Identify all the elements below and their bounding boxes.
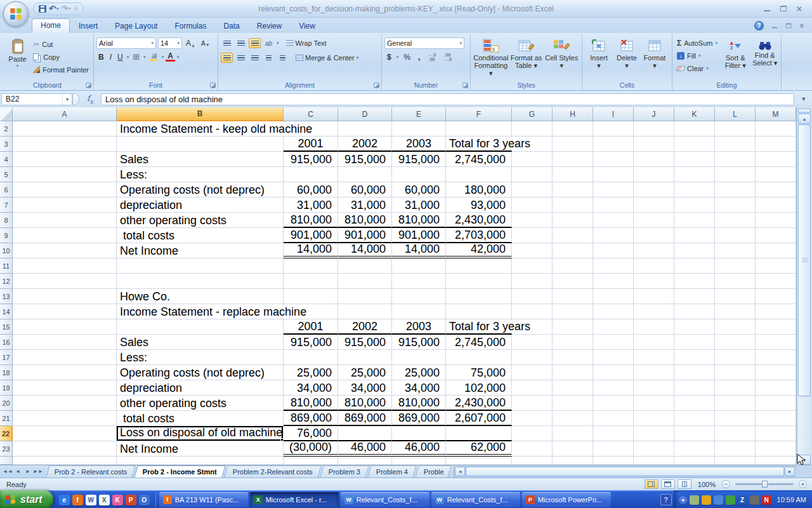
sheet-tab-prob-2-income-stmnt[interactable]: Prob 2 - Income Stmnt [134, 465, 226, 478]
cell-l3[interactable] [715, 137, 756, 152]
column-header-k[interactable]: K [674, 107, 715, 121]
cell-k18[interactable] [674, 365, 715, 380]
accounting-format-button[interactable]: $ [384, 53, 394, 62]
cell-m12[interactable] [756, 274, 796, 289]
cell-l10[interactable] [715, 243, 756, 258]
cell-e14[interactable] [392, 304, 446, 319]
row-header-11[interactable]: 11 [0, 258, 13, 274]
zoom-out-button[interactable]: − [722, 480, 730, 488]
row-header-7[interactable]: 7 [0, 197, 13, 213]
cell-f6[interactable]: 180,000 [446, 182, 512, 197]
cell-d23[interactable]: 46,000 [338, 441, 392, 457]
cell-l15[interactable] [715, 319, 756, 335]
cell-e13[interactable] [392, 289, 446, 304]
cell-i10[interactable] [593, 243, 634, 258]
cell-j2[interactable] [634, 121, 674, 137]
cell-c10[interactable]: 14,000 [284, 243, 338, 258]
cell-h14[interactable] [553, 304, 593, 319]
cell-l14[interactable] [715, 304, 756, 319]
cell-l19[interactable] [715, 380, 756, 396]
vertical-scrollbar-thumb[interactable] [798, 124, 811, 396]
scrollbar-split-handle[interactable] [798, 109, 811, 113]
row-header-18[interactable]: 18 [0, 365, 13, 380]
cell-g19[interactable] [512, 380, 553, 396]
conditional-formatting-button[interactable]: ≤ Conditional Formatting ▾ [473, 36, 509, 80]
cell-e23[interactable]: 46,000 [392, 441, 446, 457]
cell-c23[interactable]: (30,000) [284, 441, 338, 457]
row-header-19[interactable]: 19 [0, 380, 13, 396]
cell-h5[interactable] [553, 167, 593, 182]
cell-h18[interactable] [553, 365, 593, 380]
cell-d14[interactable] [338, 304, 392, 319]
scroll-up-button[interactable]: ▲ [798, 114, 811, 124]
cut-button[interactable]: ✂Cut [31, 39, 91, 50]
cell-b9[interactable]: total costs [117, 228, 284, 243]
ribbon-tab-review[interactable]: Review [249, 20, 290, 33]
cell-h6[interactable] [553, 182, 593, 197]
row-header-8[interactable]: 8 [0, 213, 13, 228]
wrap-text-button[interactable]: Wrap Text [286, 37, 327, 49]
cell-m6[interactable] [756, 182, 796, 197]
cell-h15[interactable] [553, 319, 593, 335]
cell-m13[interactable] [756, 289, 796, 304]
taskbar-button-microsoft-powerpo[interactable]: PMicrosoft PowerPo... [522, 492, 611, 507]
horizontal-scrollbar-thumb[interactable] [466, 467, 784, 476]
cell-g10[interactable] [512, 243, 553, 258]
cell-e16[interactable]: 915,000 [392, 335, 446, 350]
cell-h23[interactable] [553, 441, 593, 457]
cell-e19[interactable]: 34,000 [392, 380, 446, 396]
cell-b13[interactable]: Howe Co. [117, 289, 284, 304]
cell-h19[interactable] [553, 380, 593, 396]
cell-c5[interactable] [284, 167, 338, 182]
tray-icon-green-star[interactable] [726, 495, 735, 505]
paste-button[interactable]: Paste▾ [4, 36, 31, 80]
cell-g6[interactable] [512, 182, 553, 197]
cell-h4[interactable] [553, 152, 593, 167]
cell-h12[interactable] [553, 274, 593, 289]
clear-button[interactable]: Clear▾ [675, 63, 719, 74]
cell-m22[interactable] [756, 426, 796, 441]
cell-j7[interactable] [634, 197, 674, 213]
row-header-3[interactable]: 3 [0, 137, 13, 152]
cell-g8[interactable] [512, 213, 553, 228]
cell-l6[interactable] [715, 182, 756, 197]
cell-d4[interactable]: 915,000 [338, 152, 392, 167]
cell-f20[interactable]: 2,430,000 [446, 396, 512, 411]
cell-g9[interactable] [512, 228, 553, 243]
cell-b8[interactable]: other operating costs [117, 213, 284, 228]
autosum-button[interactable]: ΣAutoSum▾ [675, 37, 719, 48]
cell-f14[interactable] [446, 304, 512, 319]
cell-h8[interactable] [553, 213, 593, 228]
excel-icon[interactable]: X [99, 495, 110, 505]
cell-k13[interactable] [674, 289, 715, 304]
workbook-close-button[interactable]: × [799, 23, 804, 29]
tray-collapse-button[interactable]: ◂ [679, 496, 687, 504]
cell-e7[interactable]: 31,000 [392, 197, 446, 213]
column-header-b[interactable]: B [117, 107, 284, 121]
cell-j11[interactable] [634, 258, 674, 274]
cell-b18[interactable]: Operating costs (not deprec) [117, 365, 284, 380]
cell-l8[interactable] [715, 213, 756, 228]
cell-d13[interactable] [338, 289, 392, 304]
cell-m11[interactable] [756, 258, 796, 274]
cell-a19[interactable] [13, 380, 117, 396]
cell-f23[interactable]: 62,000 [446, 441, 512, 457]
cell-i6[interactable] [593, 182, 634, 197]
cell-k23[interactable] [674, 441, 715, 457]
cell-f3[interactable]: Total for 3 years [446, 137, 512, 152]
vertical-scrollbar[interactable]: ▲ ▼ [796, 107, 812, 465]
cell-a6[interactable] [13, 182, 117, 197]
cell-b23[interactable]: Net Income [117, 441, 284, 457]
undo-button[interactable]: ↶▾ [49, 4, 58, 13]
align-right-button[interactable] [249, 53, 261, 63]
orientation-button[interactable]: ab [263, 38, 275, 48]
cell-i13[interactable] [593, 289, 634, 304]
cell-k8[interactable] [674, 213, 715, 228]
cell-c16[interactable]: 915,000 [284, 335, 338, 350]
cell-i23[interactable] [593, 441, 634, 457]
cell-c18[interactable]: 25,000 [284, 365, 338, 380]
row-header-15[interactable]: 15 [0, 319, 13, 335]
cell-a3[interactable] [13, 137, 117, 152]
cell-b17[interactable]: Less: [117, 350, 284, 365]
cell-j12[interactable] [634, 274, 674, 289]
